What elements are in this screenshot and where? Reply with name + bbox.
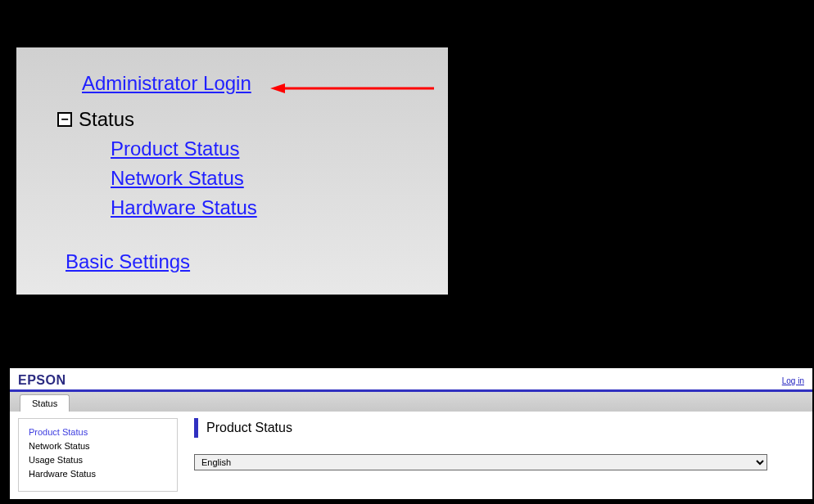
svg-marker-1 [270,83,285,93]
network-status-link[interactable]: Network Status [111,167,432,190]
header-bar: EPSON Log in [10,368,812,392]
status-sublinks: Product Status Network Status Hardware S… [111,137,432,219]
tab-bar: Status [10,392,812,412]
basic-settings-link[interactable]: Basic Settings [66,250,190,273]
main-content: Product Status English [194,418,804,492]
sidebar: Product Status Network Status Usage Stat… [18,418,178,492]
hardware-status-link[interactable]: Hardware Status [111,196,432,219]
page-title: Product Status [206,421,292,435]
sidebar-item-usage-status[interactable]: Usage Status [29,455,167,465]
administrator-login-link[interactable]: Administrator Login [82,72,251,95]
epson-logo: EPSON [18,373,66,388]
status-label: Status [79,108,134,131]
epson-admin-page: EPSON Log in Status Product Status Netwo… [10,368,812,499]
language-select[interactable]: English [194,454,767,470]
content-area: Product Status Network Status Usage Stat… [10,412,812,498]
sidebar-item-product-status[interactable]: Product Status [29,427,167,437]
status-group-header[interactable]: − Status [57,108,432,131]
sidebar-item-hardware-status[interactable]: Hardware Status [29,469,167,479]
product-status-link[interactable]: Product Status [111,137,432,160]
collapse-icon[interactable]: − [57,112,72,127]
login-link[interactable]: Log in [782,376,804,385]
title-accent-bar [194,418,198,438]
tab-status[interactable]: Status [20,394,70,412]
sidebar-item-network-status[interactable]: Network Status [29,441,167,451]
page-title-row: Product Status [194,418,804,438]
navigation-panel: Administrator Login − Status Product Sta… [16,47,448,295]
arrow-annotation [270,80,434,97]
